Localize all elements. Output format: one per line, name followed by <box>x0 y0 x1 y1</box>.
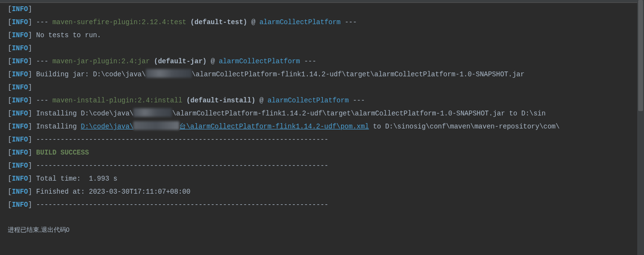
pom-file-link[interactable]: D:\code\java\ <box>81 123 133 130</box>
redacted-path <box>133 108 172 117</box>
log-line: [INFO] <box>8 81 636 94</box>
log-line: [INFO] No tests to run. <box>8 29 636 42</box>
build-console-output[interactable]: [INFO][INFO] --- maven-surefire-plugin:2… <box>0 3 644 212</box>
log-line: [INFO] Installing D:\code\java\台\alarmCo… <box>8 120 636 133</box>
log-line: [INFO] BUILD SUCCESS <box>8 146 636 159</box>
log-line: [INFO] Building jar: D:\code\java\\alarm… <box>8 68 636 81</box>
pom-file-link[interactable]: 台\alarmCollectPlatform-flink1.14.2-udf\p… <box>179 123 369 130</box>
vertical-scrollbar[interactable] <box>637 0 644 255</box>
log-line: [INFO] --- maven-install-plugin:2.4:inst… <box>8 94 636 107</box>
log-line: [INFO] ---------------------------------… <box>8 133 636 146</box>
scrollbar-thumb[interactable] <box>638 0 643 111</box>
log-line: [INFO] <box>8 3 636 16</box>
log-line: [INFO] <box>8 42 636 55</box>
redacted-path <box>133 121 179 130</box>
log-line: [INFO] ---------------------------------… <box>8 159 636 172</box>
log-line: [INFO] --- maven-jar-plugin:2.4:jar (def… <box>8 55 636 68</box>
log-line: [INFO] Installing D:\code\java\\alarmCol… <box>8 107 636 120</box>
redacted-path <box>146 69 192 78</box>
log-line: [INFO] Total time: 1.993 s <box>8 172 636 185</box>
log-line: [INFO] Finished at: 2023-03-30T17:11:07+… <box>8 185 636 198</box>
process-exit-message: 进程已结束,退出代码0 <box>0 212 644 236</box>
log-line: [INFO] --- maven-surefire-plugin:2.12.4:… <box>8 16 636 29</box>
log-line: [INFO] ---------------------------------… <box>8 198 636 212</box>
